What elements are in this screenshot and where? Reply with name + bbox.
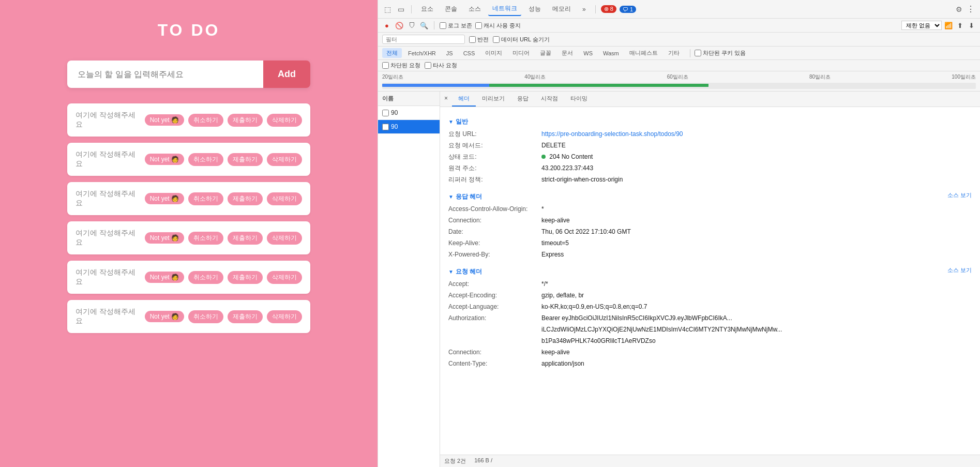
type-font[interactable]: 글꼴: [536, 48, 555, 58]
todo-status-badge-0[interactable]: Not yet 🧑: [145, 114, 184, 126]
type-doc[interactable]: 문서: [557, 48, 577, 58]
log-checkbox[interactable]: [440, 22, 446, 29]
detail-tab-initiator[interactable]: 시작점: [535, 92, 564, 107]
acao-key: Access-Control-Allow-Origin:: [448, 204, 541, 214]
request-source-link[interactable]: 소스 보기: [947, 266, 972, 274]
type-media[interactable]: 미디어: [508, 48, 534, 58]
inspect-icon[interactable]: ⬚: [382, 4, 393, 14]
todo-cancel-badge-3[interactable]: 취소하기: [188, 232, 223, 245]
type-ws[interactable]: WS: [579, 49, 597, 57]
type-wasm[interactable]: Wasm: [599, 49, 623, 57]
todo-item-1: 여기에 작성해주세요Not yet 🧑취소하기제출하기삭제하기: [67, 143, 310, 176]
todo-submit-badge-3[interactable]: 제출하기: [228, 232, 263, 245]
tab-memory[interactable]: 메모리: [548, 3, 575, 16]
todo-cancel-badge-2[interactable]: 취소하기: [188, 192, 223, 205]
tab-performance[interactable]: 성능: [524, 3, 545, 16]
detail-tab-preview[interactable]: 미리보기: [476, 92, 511, 107]
auth-cont-value: iLCJzdWIiOjMzLCJpYXQiOjE2NjUwNzE1MDIsImV…: [541, 325, 782, 334]
todo-cancel-badge-5[interactable]: 취소하기: [188, 310, 223, 323]
tab-more[interactable]: »: [578, 4, 590, 15]
clear-icon[interactable]: 🚫: [395, 21, 404, 30]
todo-delete-badge-2[interactable]: 삭제하기: [267, 192, 302, 205]
hide-url-label[interactable]: 데이터 URL 숨기기: [493, 36, 550, 43]
todo-submit-badge-5[interactable]: 제출하기: [228, 310, 263, 323]
todo-delete-badge-0[interactable]: 삭제하기: [267, 114, 302, 127]
invert-text: 반전: [477, 36, 489, 43]
blocked-cookies-label[interactable]: 차단된 쿠키 있음: [695, 49, 746, 57]
detail-tab-timing[interactable]: 타이밍: [564, 92, 594, 107]
more-options-icon[interactable]: ⋮: [966, 4, 976, 14]
todo-status-badge-1[interactable]: Not yet 🧑: [145, 154, 184, 165]
tab-network[interactable]: 네트워크: [488, 2, 521, 16]
todo-status-badge-4[interactable]: Not yet 🧑: [145, 272, 184, 283]
type-fetch[interactable]: Fetch/XHR: [404, 49, 440, 57]
cache-checkbox[interactable]: [475, 22, 482, 29]
invert-label[interactable]: 반전: [469, 36, 489, 43]
type-all[interactable]: 전체: [382, 48, 402, 58]
response-source-link[interactable]: 소스 보기: [947, 191, 972, 199]
warn-badge[interactable]: 🗩 1: [620, 6, 636, 13]
blocked-req-checkbox[interactable]: [382, 62, 389, 69]
error-badge[interactable]: ⊗ 8: [601, 5, 616, 13]
todo-submit-badge-4[interactable]: 제출하기: [228, 271, 263, 284]
third-party-label[interactable]: 타사 요청: [425, 62, 457, 69]
request-item-2[interactable]: 90: [378, 120, 440, 134]
throttle-select[interactable]: 제한 없음: [901, 21, 942, 30]
detail-close-btn[interactable]: ×: [440, 92, 452, 107]
todo-delete-badge-4[interactable]: 삭제하기: [267, 271, 302, 284]
blocked-req-label[interactable]: 차단된 요청: [382, 62, 420, 69]
todo-submit-badge-0[interactable]: 제출하기: [228, 114, 263, 127]
request-checkbox-2[interactable]: [382, 124, 389, 130]
detail-tab-headers[interactable]: 헤더: [452, 92, 476, 107]
todo-status-badge-5[interactable]: Not yet 🧑: [145, 311, 184, 322]
todo-background: TO DO Add 여기에 작성해주세요Not yet 🧑취소하기제출하기삭제하…: [0, 0, 378, 467]
todo-input[interactable]: [67, 61, 263, 88]
download-icon[interactable]: ⬇: [967, 21, 976, 30]
blocked-cookies-checkbox[interactable]: [695, 50, 701, 56]
request-url-value[interactable]: https://pre-onboarding-selection-task.sh…: [541, 129, 683, 139]
todo-status-badge-2[interactable]: Not yet 🧑: [145, 193, 184, 204]
resp-header-keepalive: Keep-Alive: timeout=5: [448, 238, 972, 248]
timeline-bars: [382, 83, 976, 89]
type-js[interactable]: JS: [442, 49, 457, 57]
request-item-1[interactable]: 90: [378, 106, 440, 120]
todo-cancel-badge-0[interactable]: 취소하기: [188, 114, 223, 127]
third-party-text: 타사 요청: [433, 62, 457, 69]
hide-url-checkbox[interactable]: [493, 36, 500, 43]
tab-sources[interactable]: 소스: [464, 3, 485, 16]
log-checkbox-label[interactable]: 로그 보존: [440, 22, 472, 29]
third-party-checkbox[interactable]: [425, 62, 431, 69]
todo-submit-badge-1[interactable]: 제출하기: [228, 153, 263, 166]
device-icon[interactable]: ▭: [396, 4, 406, 14]
type-image[interactable]: 이미지: [481, 48, 506, 58]
search-icon[interactable]: 🔍: [419, 21, 429, 30]
details-pane: × 헤더 미리보기 응답 시작점 타이밍 ▼ 일반 요청 URL: https:…: [440, 92, 980, 467]
todo-add-button[interactable]: Add: [263, 61, 310, 88]
invert-checkbox[interactable]: [469, 36, 476, 43]
tab-console[interactable]: 콘솔: [441, 3, 461, 16]
todo-cancel-badge-1[interactable]: 취소하기: [188, 153, 223, 166]
todo-delete-badge-3[interactable]: 삭제하기: [267, 232, 302, 245]
referrer-key: 리퍼러 정책:: [448, 175, 541, 184]
filter-icon[interactable]: ⛉: [407, 21, 416, 30]
todo-status-badge-3[interactable]: Not yet 🧑: [145, 232, 184, 244]
upload-icon[interactable]: ⬆: [955, 21, 964, 30]
type-other[interactable]: 기타: [664, 48, 684, 58]
settings-icon[interactable]: ⚙: [956, 5, 962, 13]
todo-delete-badge-1[interactable]: 삭제하기: [267, 153, 302, 166]
todo-submit-badge-2[interactable]: 제출하기: [228, 192, 263, 205]
request-method-row: 요청 메서드: DELETE: [448, 141, 972, 150]
todo-delete-badge-5[interactable]: 삭제하기: [267, 310, 302, 323]
timeline-bar-green: [489, 84, 709, 87]
detail-tab-response[interactable]: 응답: [511, 92, 535, 107]
cache-checkbox-label[interactable]: 캐시 사용 중지: [475, 22, 521, 29]
todo-cancel-badge-4[interactable]: 취소하기: [188, 271, 223, 284]
wifi-icon[interactable]: 📶: [944, 21, 953, 30]
request-checkbox-1[interactable]: [382, 110, 389, 116]
filter-input[interactable]: [382, 35, 465, 44]
type-css[interactable]: CSS: [459, 49, 479, 57]
referrer-value: strict-origin-when-cross-origin: [541, 175, 623, 184]
record-icon[interactable]: ●: [382, 21, 391, 30]
type-manifest[interactable]: 매니페스트: [625, 48, 662, 58]
tab-elements[interactable]: 요소: [417, 3, 438, 16]
